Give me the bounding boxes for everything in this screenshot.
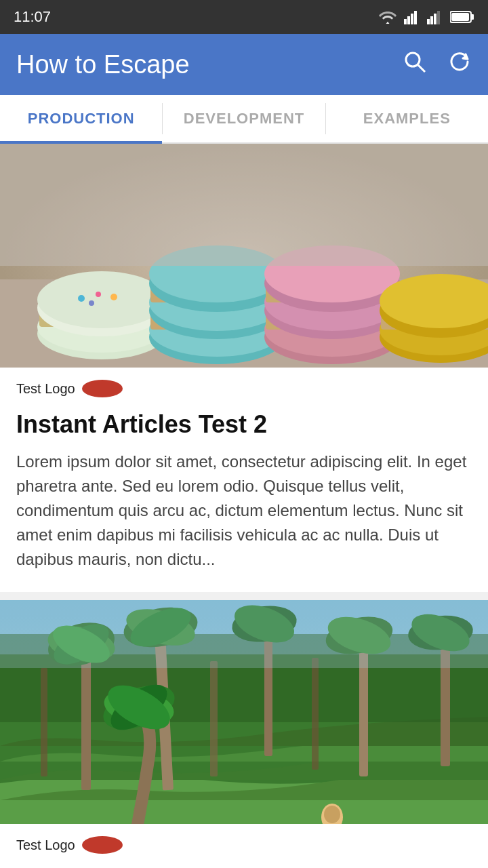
svg-rect-3 [414,11,417,24]
logo-text-1: Test Logo [16,837,75,853]
battery-icon [450,10,474,24]
svg-rect-68 [41,668,47,776]
svg-rect-70 [312,658,319,770]
macarons-svg [0,144,488,368]
svg-rect-4 [427,19,430,24]
tab-examples[interactable]: EXAMPLES [326,96,488,144]
app-bar-icons [403,50,472,79]
svg-point-11 [406,53,420,66]
svg-rect-0 [404,19,407,24]
wifi-icon [378,9,397,24]
status-bar: 11:07 [0,0,488,34]
app-bar: How to Escape [0,34,488,95]
article-card-1[interactable]: Test Logo Instant Articles test 1 Lorem … [0,600,488,868]
logo-text-2: Test Logo [16,381,75,397]
svg-point-22 [96,292,101,297]
time: 11:07 [14,8,51,26]
svg-line-12 [418,65,425,72]
logo-oval-2 [82,380,123,397]
article-image-macarons [0,144,488,368]
svg-rect-78 [0,600,488,668]
svg-rect-10 [451,13,469,21]
logo-oval-1 [82,836,123,854]
refresh-button[interactable] [447,50,472,79]
svg-rect-2 [411,14,413,24]
status-icons [378,9,474,24]
svg-point-20 [37,271,166,328]
article-title-1: Instant Articles test 1 [0,861,488,868]
article-image-terraces [0,600,488,824]
signal1-icon [404,9,420,24]
tabs-bar: PRODUCTION DEVELOPMENT EXAMPLES [0,95,488,144]
svg-point-21 [78,295,85,302]
svg-rect-6 [434,14,436,24]
svg-rect-5 [430,16,433,24]
terraces-svg [0,600,488,824]
tab-production[interactable]: PRODUCTION [0,96,162,144]
article-logo-1: Test Logo [0,824,488,861]
svg-rect-69 [210,661,218,776]
signal2-icon [427,9,443,24]
article-card-2[interactable]: Test Logo Instant Articles Test 2 Lorem … [0,144,488,592]
svg-rect-7 [437,11,440,24]
svg-point-77 [324,806,340,823]
svg-rect-1 [407,16,410,24]
search-button[interactable] [403,50,427,79]
article-logo-2: Test Logo [0,368,488,404]
svg-rect-46 [0,144,488,266]
svg-rect-9 [471,14,474,20]
svg-point-23 [110,294,117,300]
article-excerpt-2: Lorem ipsum dolor sit amet, consectetur … [0,450,488,592]
svg-point-24 [89,300,94,306]
app-title: How to Escape [16,50,190,79]
tab-development[interactable]: DEVELOPMENT [163,96,325,144]
article-title-2: Instant Articles Test 2 [0,404,488,450]
